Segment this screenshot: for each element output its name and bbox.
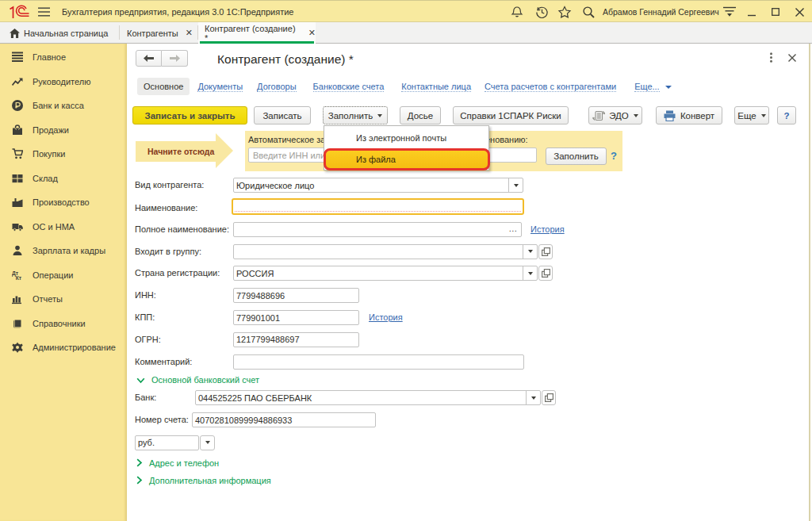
svg-text:Кт: Кт bbox=[16, 275, 22, 281]
